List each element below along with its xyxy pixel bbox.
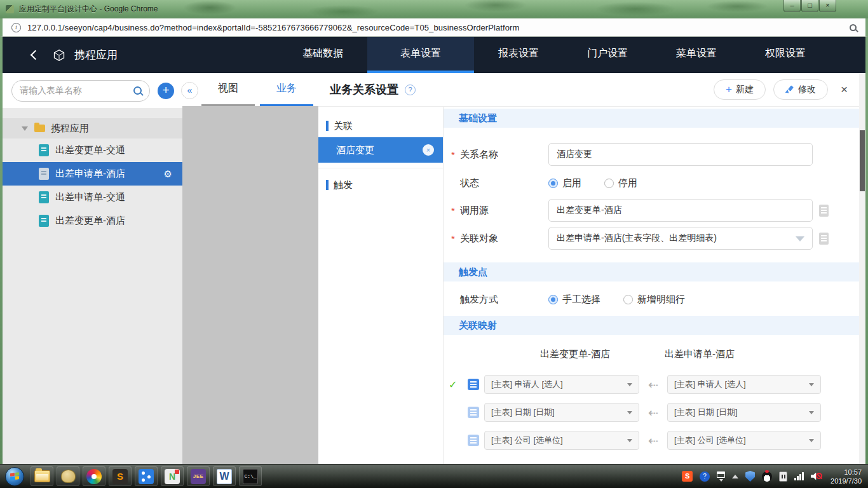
cmd-taskbar-button[interactable]: C:\_ bbox=[239, 466, 262, 486]
app-cube-icon[interactable] bbox=[53, 49, 65, 62]
panel-close-icon[interactable]: × bbox=[841, 83, 848, 97]
arrow-left-icon: ⇠ bbox=[639, 405, 667, 420]
nav-tabs: 基础数据 表单设置 报表设置 门户设置 菜单设置 权限设置 bbox=[278, 37, 830, 73]
system-tray: S ? 10:57 2019/7/30 bbox=[682, 468, 868, 485]
radio-on-icon[interactable] bbox=[548, 295, 558, 304]
radio-on-icon[interactable] bbox=[548, 179, 558, 188]
scrollbar[interactable] bbox=[859, 73, 865, 464]
relation-name-input[interactable]: 酒店变更 bbox=[548, 143, 813, 166]
radio-label: 启用 bbox=[562, 177, 581, 189]
nav-tab-portal-settings[interactable]: 门户设置 bbox=[563, 37, 652, 73]
tree-item-change-traffic[interactable]: 出差变更单-交通 bbox=[3, 139, 182, 162]
share-tool-taskbar-button[interactable] bbox=[135, 466, 158, 486]
subnav-group-trigger[interactable]: 触发 bbox=[318, 173, 443, 196]
browser-address-bar[interactable]: i 127.0.0.1/seeyon/cap4/business.do?meth… bbox=[0, 18, 868, 37]
radio-off-icon[interactable] bbox=[604, 179, 614, 188]
back-icon[interactable] bbox=[31, 50, 41, 60]
browser-taskbar-button[interactable] bbox=[83, 466, 105, 486]
field-list-icon bbox=[468, 379, 479, 390]
remove-relation-icon[interactable]: × bbox=[423, 144, 434, 156]
relation-target-select[interactable]: 出差申请单-酒店(主表字段、出差明细表) bbox=[548, 227, 813, 250]
taskbar-clock[interactable]: 10:57 2019/7/30 bbox=[831, 468, 862, 485]
required-icon: * bbox=[451, 233, 460, 244]
qq-tray-icon[interactable] bbox=[762, 471, 772, 482]
help-tray-icon[interactable]: ? bbox=[700, 471, 710, 482]
section-basic-settings: 基础设置 bbox=[444, 109, 859, 128]
tab-business[interactable]: 业务 bbox=[260, 73, 313, 106]
radio-new-detail-row[interactable]: 新增明细行 bbox=[623, 294, 685, 306]
mapping-left-select[interactable]: [主表] 日期 [日期] bbox=[484, 403, 639, 422]
show-hidden-icons-button[interactable] bbox=[732, 475, 738, 478]
business-relation-panel: 业务关系设置 ? + 新建 修改 × 关联 酒店变更 × bbox=[318, 73, 859, 464]
nav-tab-report-settings[interactable]: 报表设置 bbox=[474, 37, 563, 73]
window-switch-tray-icon[interactable] bbox=[717, 471, 725, 482]
plugin-tray-icon[interactable] bbox=[779, 471, 787, 482]
start-button[interactable] bbox=[5, 467, 24, 486]
scrollbar-thumb[interactable] bbox=[860, 130, 865, 191]
mapping-left-select[interactable]: [主表] 公司 [选单位] bbox=[484, 431, 639, 450]
document-icon[interactable] bbox=[819, 233, 829, 245]
word-icon: W bbox=[217, 469, 232, 484]
check-icon: ✓ bbox=[449, 379, 463, 391]
folder-icon bbox=[34, 125, 45, 132]
add-form-button[interactable]: + bbox=[158, 83, 174, 99]
edit-button-label: 修改 bbox=[798, 84, 816, 95]
blue-bar-icon bbox=[326, 180, 329, 190]
sublime-taskbar-button[interactable]: S bbox=[109, 466, 132, 486]
volume-muted-icon[interactable] bbox=[811, 471, 822, 482]
radio-disable[interactable]: 停用 bbox=[604, 177, 637, 189]
mapping-left-select[interactable]: [主表] 申请人 [选人] bbox=[484, 375, 639, 394]
mapping-right-select[interactable]: [主表] 申请人 [选人] bbox=[667, 375, 821, 394]
minimize-button[interactable]: – bbox=[783, 0, 801, 12]
edit-button[interactable]: 修改 bbox=[773, 79, 828, 100]
mapping-right-select[interactable]: [主表] 公司 [选单位] bbox=[667, 431, 821, 450]
gear-icon[interactable]: ⚙ bbox=[164, 168, 172, 180]
call-source-input[interactable]: 出差变更单-酒店 bbox=[548, 199, 813, 222]
word-taskbar-button[interactable]: W bbox=[213, 466, 236, 486]
document-icon[interactable] bbox=[819, 205, 829, 217]
network-signal-icon[interactable] bbox=[794, 472, 804, 480]
radio-manual-select[interactable]: 手工选择 bbox=[548, 294, 600, 306]
tab-view[interactable]: 视图 bbox=[201, 73, 255, 106]
javaee-ide-icon: JEE bbox=[191, 469, 206, 484]
subnav-group-label: 关联 bbox=[334, 120, 353, 132]
navicat-taskbar-button[interactable] bbox=[57, 466, 79, 486]
new-button[interactable]: + 新建 bbox=[714, 79, 766, 100]
nav-tab-permission-settings[interactable]: 权限设置 bbox=[741, 37, 830, 73]
help-icon[interactable]: ? bbox=[405, 85, 416, 95]
tree-item-apply-traffic[interactable]: 出差申请单-交通 bbox=[3, 186, 182, 209]
form-doc-icon bbox=[39, 144, 49, 156]
search-icon[interactable] bbox=[133, 86, 142, 95]
nav-tab-basic-data[interactable]: 基础数据 bbox=[278, 37, 367, 73]
subnav-item-hotel-change[interactable]: 酒店变更 × bbox=[318, 137, 443, 163]
radio-label: 手工选择 bbox=[562, 294, 600, 306]
security-shield-icon[interactable] bbox=[745, 471, 755, 482]
field-call-source: * 调用源 出差变更单-酒店 bbox=[444, 199, 859, 222]
tree-item-apply-hotel[interactable]: 出差申请单-酒店 ⚙ bbox=[3, 162, 182, 186]
window-titlebar[interactable]: 应用定制平台|设计中心 - Google Chrome – □ × bbox=[0, 0, 868, 18]
caret-down-icon[interactable] bbox=[22, 126, 28, 131]
page-info-icon[interactable]: i bbox=[11, 23, 21, 32]
close-window-button[interactable]: × bbox=[819, 0, 836, 12]
url-text[interactable]: 127.0.0.1/seeyon/cap4/business.do?method… bbox=[27, 23, 519, 32]
nav-tab-form-settings[interactable]: 表单设置 bbox=[367, 37, 474, 73]
clock-time: 10:57 bbox=[831, 468, 862, 477]
divider bbox=[318, 168, 443, 168]
sogou-tray-icon[interactable]: S bbox=[682, 471, 693, 482]
nav-tab-menu-settings[interactable]: 菜单设置 bbox=[652, 37, 741, 73]
sidebar-collapse-button[interactable]: « bbox=[181, 82, 198, 99]
maximize-button[interactable]: □ bbox=[801, 0, 818, 12]
notepadpp-taskbar-button[interactable]: N bbox=[161, 466, 184, 486]
browser-zoom-icon[interactable] bbox=[850, 24, 857, 31]
search-input[interactable]: 请输入表单名称 bbox=[11, 80, 150, 102]
javaee-ide-taskbar-button[interactable]: JEE bbox=[187, 466, 210, 486]
explorer-taskbar-button[interactable] bbox=[31, 466, 53, 486]
mapping-right-select[interactable]: [主表] 日期 [日期] bbox=[667, 403, 821, 422]
subnav-group-association[interactable]: 关联 bbox=[318, 114, 443, 137]
tree-item-change-hotel[interactable]: 出差变更单-酒店 bbox=[3, 209, 182, 233]
radio-off-icon[interactable] bbox=[623, 295, 633, 304]
radio-enable[interactable]: 启用 bbox=[548, 177, 581, 189]
radio-label: 停用 bbox=[618, 177, 637, 189]
cmd-icon: C:\_ bbox=[243, 469, 258, 484]
tree-folder-row[interactable]: 携程应用 bbox=[3, 118, 182, 139]
